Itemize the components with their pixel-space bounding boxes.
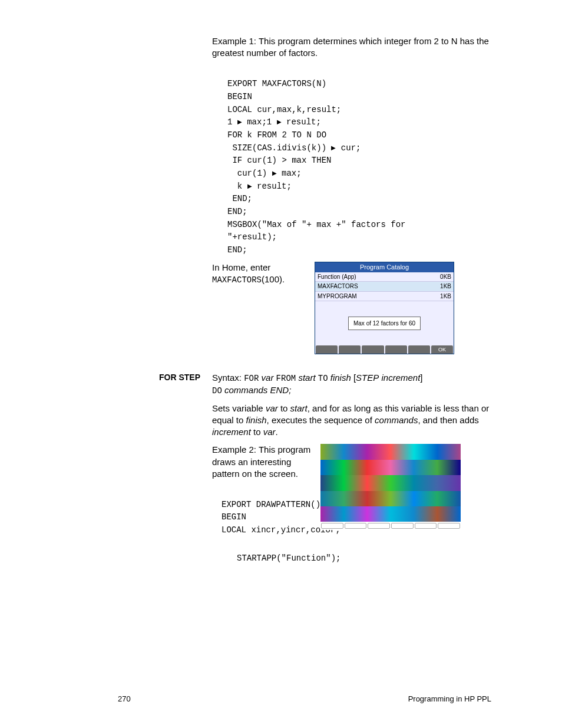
calc-row: MYPROGRAM1KB [315, 292, 454, 302]
code-block-1: EXPORT MAXFACTORS(N) BEGIN LOCAL cur,max… [227, 65, 491, 257]
page-number: 270 [118, 694, 131, 704]
code-line: LOCAL cur,max,k,result; [227, 105, 341, 114]
code-line: MSGBOX("Max of "+ max +" factors for "+r… [227, 220, 411, 242]
pattern-softkeys [320, 522, 461, 530]
example1-intro: Example 1: This program determines which… [212, 35, 491, 60]
code-line: 1 ▶ max;1 ▶ result; [227, 117, 321, 127]
code-line: EXPORT DRAWPATTERN() [222, 500, 320, 509]
code-line: STARTAPP("Function"); [237, 554, 340, 563]
msgbox: Max of 12 factors for 60 [348, 317, 421, 331]
calc-row: Function (App)0KB [315, 272, 454, 282]
code-line: END; [227, 245, 247, 255]
for-step-syntax: Syntax: FOR var FROM start TO finish [ST… [212, 372, 491, 397]
code-block-2b: STARTAPP("Function"); [237, 539, 491, 565]
for-step-description: Sets variable var to start, and for as l… [212, 403, 491, 439]
calc-softkeys: OK [315, 345, 454, 354]
calculator-screenshot-catalog: Program Catalog Function (App)0KB MAXFAC… [315, 262, 454, 354]
home-enter-text: In Home, enter MAXFACTORS(100). [212, 262, 306, 286]
example2-intro: Example 2: This program draws an interes… [212, 444, 312, 480]
pattern-screenshot [320, 444, 461, 530]
code-block-2: EXPORT DRAWPATTERN() BEGIN LOCAL xincr,y… [222, 486, 312, 537]
code-line: BEGIN [227, 92, 252, 101]
code-line: k ▶ result; [227, 182, 292, 191]
code-line: IF cur(1) > max THEN [227, 156, 331, 165]
code-line: SIZE(CAS.idivis(k)) ▶ cur; [227, 143, 361, 153]
code-line: END; [227, 194, 252, 203]
code-line: END; [227, 207, 247, 216]
code-line: FOR k FROM 2 TO N DO [227, 130, 326, 140]
code-line: cur(1) ▶ max; [227, 169, 302, 178]
code-line: BEGIN [222, 512, 246, 522]
code-line: EXPORT MAXFACTORS(N) [227, 79, 326, 88]
calc-row: MAXFACTORS1KB [315, 282, 454, 292]
calc-title: Program Catalog [315, 262, 454, 272]
section-heading-for-step: FOR STEP [118, 372, 200, 383]
footer-label: Programming in HP PPL [408, 694, 491, 704]
